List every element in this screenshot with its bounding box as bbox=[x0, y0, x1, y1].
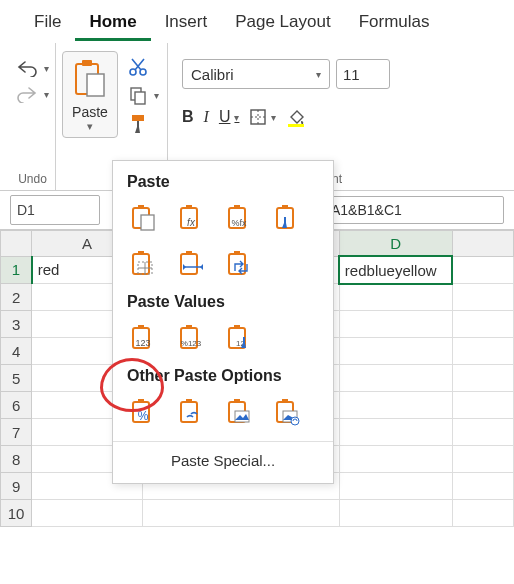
brush-icon bbox=[128, 113, 148, 135]
svg-rect-19 bbox=[234, 205, 240, 209]
row-header-4[interactable]: 4 bbox=[1, 338, 32, 365]
tab-formulas[interactable]: Formulas bbox=[345, 8, 444, 41]
row-header-8[interactable]: 8 bbox=[1, 446, 32, 473]
paste-link-icon[interactable] bbox=[175, 395, 209, 429]
svg-rect-46 bbox=[186, 399, 192, 403]
chevron-down-icon: ▾ bbox=[271, 112, 276, 123]
svg-rect-40 bbox=[234, 325, 240, 329]
cell-d5[interactable] bbox=[339, 365, 452, 392]
cell-d1[interactable]: redblueyellow bbox=[339, 256, 452, 284]
paste-column-widths-icon[interactable] bbox=[175, 247, 209, 281]
svg-text:123: 123 bbox=[135, 338, 150, 348]
paste-values-number-icon[interactable]: %123 bbox=[175, 321, 209, 355]
font-name-select[interactable]: Calibri ▾ bbox=[182, 59, 330, 89]
cell-d6[interactable] bbox=[339, 392, 452, 419]
redo-button[interactable]: ▾ bbox=[16, 85, 49, 103]
svg-rect-34 bbox=[138, 325, 144, 329]
paste-values-icon[interactable]: 123 bbox=[127, 321, 161, 355]
paste-no-borders-icon[interactable] bbox=[127, 247, 161, 281]
row-header-10[interactable]: 10 bbox=[1, 500, 32, 527]
paste-formulas-icon[interactable]: fx bbox=[175, 201, 209, 235]
chevron-down-icon: ▾ bbox=[87, 120, 93, 133]
other-paste-section-title: Other Paste Options bbox=[127, 367, 319, 385]
paste-label: Paste bbox=[72, 102, 108, 120]
col-header-d[interactable]: D bbox=[339, 231, 452, 257]
cell-d10[interactable] bbox=[339, 500, 452, 527]
chevron-down-icon: ▾ bbox=[44, 63, 49, 74]
select-all-corner[interactable] bbox=[1, 231, 32, 257]
svg-rect-24 bbox=[138, 251, 144, 255]
fill-color-button[interactable] bbox=[286, 107, 306, 127]
name-box[interactable]: D1 bbox=[10, 195, 100, 225]
svg-point-53 bbox=[291, 417, 299, 425]
paste-formatting-icon[interactable]: % bbox=[127, 395, 161, 429]
row-header-5[interactable]: 5 bbox=[1, 365, 32, 392]
svg-rect-14 bbox=[141, 215, 154, 230]
underline-label: U bbox=[219, 108, 231, 126]
tab-file[interactable]: File bbox=[20, 8, 75, 41]
tab-insert[interactable]: Insert bbox=[151, 8, 222, 41]
scissors-icon bbox=[128, 57, 148, 77]
undo-button[interactable]: ▾ bbox=[16, 59, 49, 77]
svg-rect-23 bbox=[133, 254, 149, 274]
chevron-down-icon: ▾ bbox=[44, 89, 49, 100]
svg-rect-1 bbox=[82, 60, 92, 66]
paste-section-title: Paste bbox=[127, 173, 319, 191]
paste-transpose-icon[interactable] bbox=[223, 247, 257, 281]
svg-text:%fx: %fx bbox=[231, 218, 247, 228]
bold-button[interactable]: B bbox=[182, 108, 194, 126]
svg-rect-6 bbox=[135, 92, 145, 104]
cell-d2[interactable] bbox=[339, 284, 452, 311]
row-header-6[interactable]: 6 bbox=[1, 392, 32, 419]
cell-d4[interactable] bbox=[339, 338, 452, 365]
tab-home[interactable]: Home bbox=[75, 8, 150, 41]
italic-button[interactable]: I bbox=[204, 108, 209, 126]
copy-button[interactable]: ▾ bbox=[128, 85, 159, 105]
group-undo: ▾ ▾ Undo bbox=[10, 43, 56, 190]
cut-button[interactable] bbox=[128, 57, 159, 77]
tab-page-layout[interactable]: Page Layout bbox=[221, 8, 344, 41]
row-header-9[interactable]: 9 bbox=[1, 473, 32, 500]
svg-rect-29 bbox=[186, 251, 192, 255]
paste-special-menu-item[interactable]: Paste Special... bbox=[113, 441, 333, 477]
cell-d9[interactable] bbox=[339, 473, 452, 500]
row-header-2[interactable]: 2 bbox=[1, 284, 32, 311]
font-size-value: 11 bbox=[343, 66, 360, 83]
borders-button[interactable]: ▾ bbox=[249, 108, 276, 126]
formula-input[interactable]: =A1&B1&C1 bbox=[312, 196, 504, 224]
paste-values-source-icon[interactable]: 12 bbox=[223, 321, 257, 355]
svg-rect-2 bbox=[87, 74, 104, 96]
paste-icon bbox=[71, 58, 109, 102]
font-size-select[interactable]: 11 bbox=[336, 59, 390, 89]
format-painter-button[interactable] bbox=[128, 113, 159, 135]
paste-dropdown-menu: Paste fx %fx Paste Values 123 %123 12 Ot… bbox=[112, 160, 334, 484]
paste-source-formatting-icon[interactable] bbox=[271, 201, 305, 235]
cell-a10[interactable] bbox=[32, 500, 143, 527]
cell-e1[interactable] bbox=[452, 256, 513, 284]
svg-rect-32 bbox=[234, 251, 240, 255]
paste-linked-picture-icon[interactable] bbox=[271, 395, 305, 429]
underline-button[interactable]: U ▾ bbox=[219, 108, 240, 126]
cell-d7[interactable] bbox=[339, 419, 452, 446]
svg-rect-51 bbox=[282, 399, 288, 403]
svg-rect-22 bbox=[282, 205, 288, 209]
svg-rect-43 bbox=[138, 399, 144, 403]
font-name-value: Calibri bbox=[191, 66, 234, 83]
svg-text:fx: fx bbox=[187, 217, 196, 228]
cell-d8[interactable] bbox=[339, 446, 452, 473]
row-header-1[interactable]: 1 bbox=[1, 256, 32, 284]
svg-rect-7 bbox=[132, 115, 144, 121]
paste-picture-icon[interactable] bbox=[223, 395, 257, 429]
copy-icon bbox=[128, 85, 148, 105]
svg-rect-8 bbox=[251, 110, 265, 124]
paste-all-icon[interactable] bbox=[127, 201, 161, 235]
row-header-3[interactable]: 3 bbox=[1, 311, 32, 338]
borders-icon bbox=[249, 108, 267, 126]
cell-d3[interactable] bbox=[339, 311, 452, 338]
paste-formulas-number-icon[interactable]: %fx bbox=[223, 201, 257, 235]
paste-button[interactable]: Paste ▾ bbox=[62, 51, 118, 138]
chevron-down-icon: ▾ bbox=[234, 112, 239, 123]
col-header-blank bbox=[452, 231, 513, 257]
bucket-icon bbox=[286, 107, 306, 127]
row-header-7[interactable]: 7 bbox=[1, 419, 32, 446]
